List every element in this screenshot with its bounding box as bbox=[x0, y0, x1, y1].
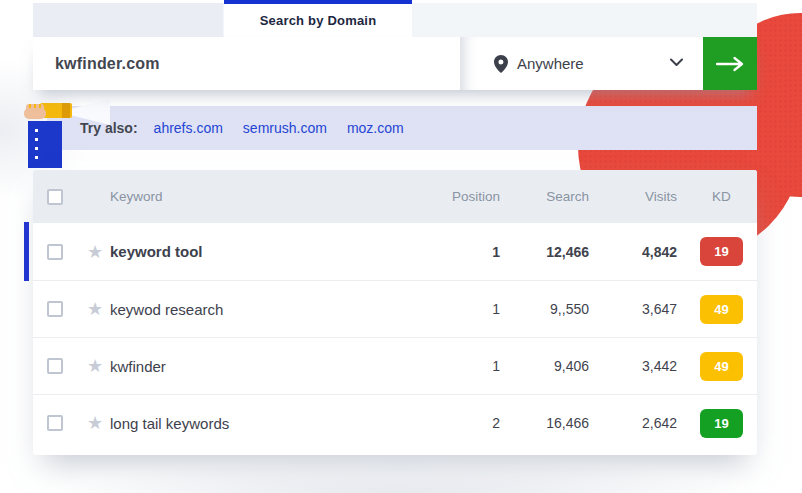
position-cell: 1 bbox=[423, 338, 500, 394]
search-bar: kwfinder.com Anywhere bbox=[33, 37, 757, 90]
table-row[interactable]: ★ long tail keywords 2 16,466 2,642 19 bbox=[33, 394, 757, 451]
megaphone-cone bbox=[70, 99, 110, 125]
star-icon[interactable]: ★ bbox=[87, 414, 103, 432]
kd-badge[interactable]: 19 bbox=[700, 237, 743, 266]
try-also-bar: Try also: ahrefs.com semrush.com moz.com bbox=[47, 106, 757, 150]
row-checkbox[interactable] bbox=[47, 301, 63, 317]
kd-badge[interactable]: 49 bbox=[700, 295, 743, 324]
search-submit-button[interactable] bbox=[703, 37, 757, 90]
search-volume-cell: 12,466 bbox=[503, 223, 589, 280]
position-cell: 1 bbox=[423, 223, 500, 280]
try-also-link-semrush[interactable]: semrush.com bbox=[243, 120, 327, 136]
megaphone-illustration bbox=[24, 99, 116, 169]
kd-badge[interactable]: 19 bbox=[700, 409, 743, 438]
selected-row-indicator bbox=[24, 222, 29, 281]
table-header-row: Keyword Position Search Visits KD bbox=[33, 170, 757, 223]
search-volume-cell: 9,406 bbox=[503, 338, 589, 394]
search-volume-cell: 16,466 bbox=[503, 395, 589, 451]
chevron-down-icon bbox=[670, 58, 683, 67]
keyword-results-card: Keyword Position Search Visits KD ★ keyw… bbox=[33, 170, 757, 455]
visits-cell: 3,442 bbox=[599, 338, 677, 394]
try-also-link-ahrefs[interactable]: ahrefs.com bbox=[154, 120, 223, 136]
location-pin-icon bbox=[494, 55, 508, 73]
row-checkbox[interactable] bbox=[47, 415, 63, 431]
header-search: Search bbox=[503, 170, 589, 223]
kwfinder-search-widget: Search by Domain kwfinder.com Anywhere T… bbox=[0, 0, 802, 493]
visits-cell: 2,642 bbox=[599, 395, 677, 451]
row-checkbox[interactable] bbox=[47, 358, 63, 374]
kd-badge[interactable]: 49 bbox=[700, 352, 743, 381]
visits-cell: 3,647 bbox=[599, 281, 677, 337]
megaphone-stripe bbox=[62, 103, 70, 118]
location-dropdown-value: Anywhere bbox=[517, 55, 584, 72]
table-row[interactable]: ★ kwfinder 1 9,406 3,442 49 bbox=[33, 337, 757, 394]
location-dropdown[interactable]: Anywhere bbox=[460, 37, 703, 90]
table-row[interactable]: ★ keywod research 1 9,,550 3,647 49 bbox=[33, 280, 757, 337]
header-kd: KD bbox=[700, 170, 743, 223]
arrow-right-icon bbox=[716, 56, 744, 72]
figure-body-dots bbox=[35, 129, 38, 161]
figure-body bbox=[28, 121, 62, 168]
header-visits: Visits bbox=[599, 170, 677, 223]
inactive-tab-area[interactable] bbox=[33, 3, 223, 37]
star-icon[interactable]: ★ bbox=[87, 357, 103, 375]
domain-search-input[interactable]: kwfinder.com bbox=[33, 37, 460, 90]
star-icon[interactable]: ★ bbox=[87, 243, 103, 261]
tab-search-by-domain[interactable]: Search by Domain bbox=[224, 0, 412, 37]
select-all-checkbox[interactable] bbox=[47, 189, 63, 205]
position-cell: 2 bbox=[423, 395, 500, 451]
header-position: Position bbox=[423, 170, 500, 223]
row-checkbox[interactable] bbox=[47, 244, 63, 260]
table-row[interactable]: ★ keyword tool 1 12,466 4,842 19 bbox=[33, 223, 757, 280]
star-icon[interactable]: ★ bbox=[87, 300, 103, 318]
visits-cell: 4,842 bbox=[599, 223, 677, 280]
try-also-link-moz[interactable]: moz.com bbox=[347, 120, 404, 136]
search-volume-cell: 9,,550 bbox=[503, 281, 589, 337]
position-cell: 1 bbox=[423, 281, 500, 337]
hand bbox=[24, 108, 46, 119]
